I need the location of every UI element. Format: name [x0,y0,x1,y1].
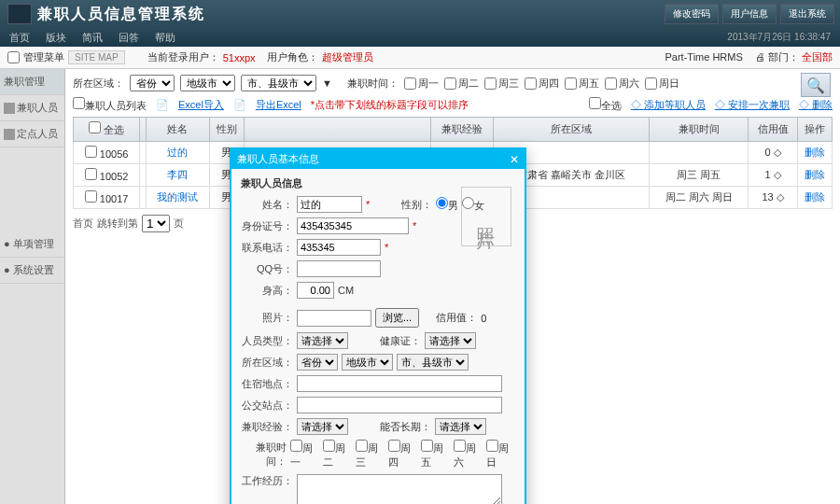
menu-news[interactable]: 简讯 [82,32,103,43]
modal-title: 兼职人员基本信息 [237,152,319,166]
menu-items: 首页 版块 简讯 回答 帮助 [9,31,189,45]
change-password-button[interactable]: 修改密码 [665,4,719,24]
modal-city-select[interactable]: 地级市 [342,354,393,371]
role-value: 超级管理员 [322,50,373,64]
m-d3[interactable] [356,440,368,452]
photo-placeholder: 照片 [461,187,511,246]
info-bar: 管理菜单 SITE MAP 当前登录用户： 51xxpx 用户角色： 超级管理员… [0,47,840,69]
menu-home[interactable]: 首页 [9,32,30,43]
filter-d2[interactable] [444,77,456,90]
name-input[interactable] [297,196,362,213]
cur-user: 51xxpx [223,52,256,63]
datetime: 2013年7月26日 16:38:47 [727,31,831,44]
filter-d3[interactable] [484,77,497,90]
gender-male[interactable] [436,197,448,209]
table-header-row: 全选 姓名 性别 兼职经验 所在区域 兼职时间 信用值 操作 [74,118,833,142]
qq-input[interactable] [297,260,381,277]
pager-first[interactable]: 首页 [73,217,93,231]
add-waiting-link[interactable]: ◇ 添加等职人员 [631,98,706,112]
sidebar-item-fixed[interactable]: 定点人员 [0,121,64,147]
filter-d5[interactable] [565,77,577,90]
row-checkbox[interactable] [85,168,97,180]
app-logo [7,4,32,24]
modal-close-icon[interactable]: ✕ [510,153,519,166]
user-info-button[interactable]: 用户信息 [722,4,777,24]
list-checkbox[interactable] [73,97,85,109]
m-d1[interactable] [290,440,302,452]
home-input[interactable] [297,375,502,392]
row-delete-link[interactable]: 删除 [805,147,825,158]
credit-value: 0 [481,313,486,324]
filter-d4[interactable] [525,77,537,90]
app-title: 兼职人员信息管理系统 [37,5,205,24]
county-select[interactable]: 市、县级市 [241,75,316,91]
logout-button[interactable]: 退出系统 [780,4,834,24]
area-label: 所在区域： [73,77,124,91]
menu-reply[interactable]: 回答 [119,32,139,43]
height-input[interactable] [297,282,334,299]
province-select[interactable]: 省份 [130,75,175,91]
dept-label: 部门： [768,51,799,63]
photo-path-input[interactable] [297,310,371,327]
arrange-link[interactable]: ◇ 安排一次兼职 [715,98,790,112]
m-d7[interactable] [486,440,498,452]
filter-d1[interactable] [404,77,416,90]
mgmt-menu-checkbox[interactable] [7,51,20,63]
person-type-select[interactable]: 请选择 [297,332,348,349]
browse-button[interactable]: 浏览... [375,308,419,328]
staff-modal: 兼职人员基本信息 ✕ 兼职人员信息 照片 姓名：* 性别： 男 女 身份证号：*… [230,147,526,504]
work-textarea[interactable] [297,474,502,504]
search-button[interactable]: 🔍 [801,73,831,97]
phone-input[interactable] [297,239,381,256]
row-checkbox[interactable] [85,190,97,203]
menu-bar: 首页 版块 简讯 回答 帮助 2013年7月26日 16:38:47 [0,28,840,47]
mgmt-menu-label: 管理菜单 [23,50,64,64]
row-name-link[interactable]: 我的测试 [157,191,198,203]
sort-hint: *点击带下划线的标题字段可以排序 [311,98,469,112]
sidebar-item-staff[interactable]: 兼职人员 [0,95,64,121]
dept-value: 全国部 [802,51,833,63]
row-delete-link[interactable]: 删除 [805,169,825,180]
sidebar-section-system[interactable]: ● 系统设置 [0,258,64,284]
modal-prov-select[interactable]: 省份 [297,354,338,371]
modal-county-select[interactable]: 市、县级市 [397,354,469,371]
pager-page-select[interactable]: 1 [142,215,170,232]
user-icon [4,129,15,140]
row-delete-link[interactable]: 删除 [805,191,825,203]
filter-d7[interactable] [645,77,657,90]
delete-top-link[interactable]: ◇ 删除 [799,98,833,112]
health-cert-select[interactable]: 请选择 [425,332,476,349]
cur-user-label: 当前登录用户： [147,50,219,64]
row-checkbox[interactable] [85,146,97,158]
menu-help[interactable]: 帮助 [155,32,175,43]
th-select-all[interactable] [89,121,101,133]
m-d5[interactable] [421,440,433,452]
sidebar: 兼职管理 兼职人员 定点人员 ● 单项管理 ● 系统设置 [0,69,65,504]
idno-input[interactable] [297,217,409,234]
filter-d6[interactable] [605,77,617,90]
modal-titlebar: 兼职人员基本信息 ✕ [231,149,525,169]
m-d6[interactable] [454,440,466,452]
toolbar-row: 兼职人员列表 📄Excel导入 📄导出Excel *点击带下划线的标题字段可以排… [73,97,833,113]
exp-select[interactable]: 请选择 [297,418,348,435]
row-name-link[interactable]: 过的 [167,147,188,158]
system-name: Part-Time HRMS [665,51,742,63]
role-label: 用户角色： [267,50,318,64]
time-label: 兼职时间： [347,77,399,91]
user-icon [4,103,15,114]
city-select[interactable]: 地级市 [180,75,235,91]
menu-board[interactable]: 版块 [46,32,66,43]
excel-import-link[interactable]: Excel导入 [178,98,224,112]
bus-input[interactable] [297,397,502,413]
longterm-select[interactable]: 请选择 [435,418,486,435]
row-name-link[interactable]: 李四 [167,169,188,180]
sidebar-tab-parttime[interactable]: 兼职管理 [0,69,64,95]
excel-export-link[interactable]: 导出Excel [256,98,301,112]
top-right-buttons: 修改密码 用户信息 退出系统 [665,4,834,24]
select-all-top[interactable] [589,97,601,109]
m-d4[interactable] [388,440,400,452]
sitemap-chip: SITE MAP [68,50,125,64]
m-d2[interactable] [323,440,335,452]
filter-row: 所在区域： 省份 地级市 市、县级市▼ 兼职时间： 周一 周二 周三 周四 周五… [73,75,833,91]
sidebar-section-single[interactable]: ● 单项管理 [0,231,64,258]
